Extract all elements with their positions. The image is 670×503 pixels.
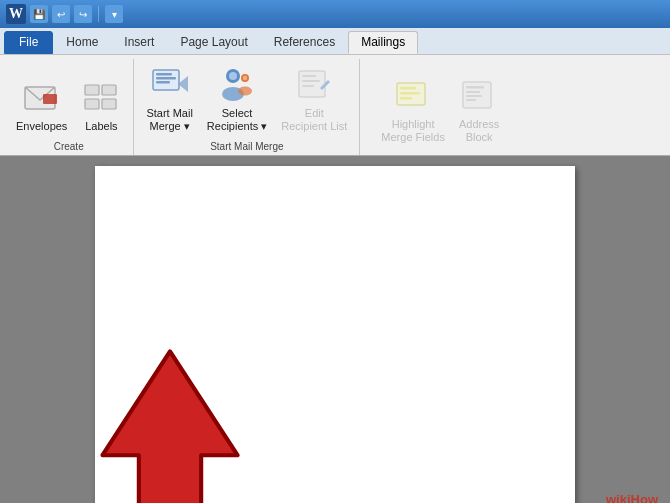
wiki-suffix: ow xyxy=(640,492,658,503)
highlight-merge-fields-button[interactable]: Highlight Merge Fields xyxy=(377,74,449,146)
svg-point-16 xyxy=(238,87,252,96)
svg-rect-22 xyxy=(400,87,416,90)
labels-icon xyxy=(81,78,121,118)
svg-rect-8 xyxy=(156,77,176,80)
wikihow-watermark: wikiHow xyxy=(606,492,658,503)
svg-rect-23 xyxy=(400,92,420,95)
envelopes-label: Envelopes xyxy=(16,120,67,133)
select-recipients-label: Select Recipients ▾ xyxy=(207,107,267,133)
group-write-insert-content: Highlight Merge Fields Address Block xyxy=(377,63,503,150)
svg-rect-5 xyxy=(102,99,116,109)
envelopes-button[interactable]: Envelopes xyxy=(12,76,71,135)
svg-rect-27 xyxy=(466,91,480,93)
edit-recipient-list-label: Edit Recipient List xyxy=(281,107,347,133)
group-start-mail-merge: Start Mail Merge ▾ Select Recipients ▾ xyxy=(134,59,360,155)
group-smail-merge-content: Start Mail Merge ▾ Select Recipients ▾ xyxy=(142,63,351,139)
svg-rect-2 xyxy=(85,85,99,95)
group-write-insert: Highlight Merge Fields Address Block xyxy=(360,59,520,155)
select-recipients-icon xyxy=(217,65,257,105)
edit-recipient-list-icon xyxy=(294,65,334,105)
svg-rect-26 xyxy=(466,86,484,89)
redo-btn[interactable]: ↪ xyxy=(74,5,92,23)
svg-point-12 xyxy=(229,72,237,80)
title-bar: W 💾 ↩ ↪ ▾ xyxy=(0,0,670,28)
tab-file[interactable]: File xyxy=(4,31,53,54)
app-icon: W xyxy=(6,4,26,24)
svg-rect-20 xyxy=(302,85,314,87)
start-mail-merge-button[interactable]: Start Mail Merge ▾ xyxy=(142,63,196,135)
document-area: wikiHow xyxy=(0,156,670,503)
separator xyxy=(98,6,99,22)
tab-references[interactable]: References xyxy=(261,31,348,54)
svg-rect-17 xyxy=(299,71,325,97)
svg-marker-30 xyxy=(103,352,238,503)
svg-rect-24 xyxy=(400,97,412,100)
undo-btn[interactable]: ↩ xyxy=(52,5,70,23)
svg-rect-18 xyxy=(302,75,316,77)
edit-recipient-list-button[interactable]: Edit Recipient List xyxy=(277,63,351,135)
address-block-icon xyxy=(459,76,499,116)
highlight-merge-fields-label: Highlight Merge Fields xyxy=(381,118,445,144)
svg-point-15 xyxy=(243,76,247,80)
group-start-mail-merge-label: Start Mail Merge xyxy=(210,139,283,155)
svg-rect-7 xyxy=(156,73,172,76)
ribbon-tabs: File Home Insert Page Layout References … xyxy=(0,28,670,54)
start-mail-merge-label: Start Mail Merge ▾ xyxy=(146,107,192,133)
labels-label: Labels xyxy=(85,120,117,133)
svg-rect-9 xyxy=(156,81,170,84)
start-mail-merge-icon xyxy=(150,65,190,105)
envelopes-icon xyxy=(22,78,62,118)
tab-mailings[interactable]: Mailings xyxy=(348,31,418,54)
svg-rect-19 xyxy=(302,80,320,82)
tab-page-layout[interactable]: Page Layout xyxy=(167,31,260,54)
svg-rect-1 xyxy=(43,94,57,104)
red-arrow xyxy=(65,341,275,503)
wiki-prefix: wiki xyxy=(606,492,631,503)
tab-insert[interactable]: Insert xyxy=(111,31,167,54)
svg-rect-29 xyxy=(466,99,476,101)
wiki-brand: H xyxy=(631,492,640,503)
svg-rect-3 xyxy=(102,85,116,95)
tab-home[interactable]: Home xyxy=(53,31,111,54)
svg-rect-4 xyxy=(85,99,99,109)
group-create-label: Create xyxy=(54,139,84,155)
address-block-label: Address Block xyxy=(459,118,499,144)
group-create-content: Envelopes Labels xyxy=(12,63,125,139)
address-block-button[interactable]: Address Block xyxy=(455,74,503,146)
save-btn[interactable]: 💾 xyxy=(30,5,48,23)
ribbon: Envelopes Labels Create xyxy=(0,54,670,156)
select-recipients-button[interactable]: Select Recipients ▾ xyxy=(203,63,271,135)
labels-button[interactable]: Labels xyxy=(77,76,125,135)
svg-rect-28 xyxy=(466,95,482,97)
group-create: Envelopes Labels Create xyxy=(4,59,134,155)
customize-btn[interactable]: ▾ xyxy=(105,5,123,23)
highlight-merge-fields-icon xyxy=(393,76,433,116)
